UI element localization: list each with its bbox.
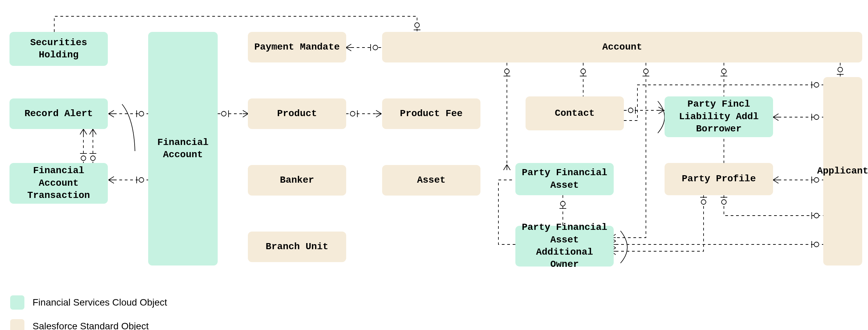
entity-label: Party Profile [682, 173, 756, 185]
entity-party-financial-asset-owner: Party Financial Asset Additional Owner [515, 226, 614, 267]
entity-party-financial-asset: Party Financial Asset [515, 163, 614, 195]
entity-label: Party Fincl Liability Addl Borrower [671, 98, 767, 135]
entity-label: Product Fee [400, 108, 463, 120]
entity-banker: Banker [248, 165, 346, 196]
legend-row-fsc: Financial Services Cloud Object [10, 295, 167, 310]
legend-label: Salesforce Standard Object [33, 321, 149, 330]
entity-label: Branch Unit [266, 241, 329, 253]
entity-financial-account: Financial Account [148, 32, 218, 265]
entity-applicant: Applicant [823, 77, 862, 265]
entity-label: Applicant [817, 165, 868, 177]
entity-party-fincl-liability: Party Fincl Liability Addl Borrower [665, 96, 773, 137]
entity-label: Financial Account [154, 136, 212, 161]
legend-swatch-fsc [10, 295, 24, 310]
entity-securities-holding: Securities Holding [9, 32, 108, 66]
entity-label: Account [602, 41, 642, 53]
entity-contact: Contact [526, 96, 624, 130]
entity-payment-mandate: Payment Mandate [248, 32, 346, 62]
entity-label: Party Financial Asset [521, 167, 608, 191]
entity-label: Payment Mandate [254, 41, 340, 53]
legend-row-std: Salesforce Standard Object [10, 319, 149, 330]
entity-account: Account [382, 32, 862, 62]
entity-fin-acct-txn: Financial Account Transaction [9, 163, 108, 204]
entity-label: Party Financial Asset Additional Owner [521, 221, 608, 271]
entity-asset: Asset [382, 165, 480, 196]
erd-canvas: Securities Holding Record Alert Financia… [0, 0, 868, 330]
entity-label: Securities Holding [16, 37, 102, 61]
entity-label: Financial Account Transaction [16, 165, 102, 202]
entity-label: Product [277, 108, 317, 120]
entity-label: Contact [555, 107, 595, 120]
entity-branch-unit: Branch Unit [248, 232, 346, 262]
entity-label: Banker [280, 174, 314, 186]
entity-label: Asset [417, 174, 446, 186]
legend-swatch-std [10, 319, 24, 330]
entity-label: Record Alert [24, 108, 93, 120]
legend-label: Financial Services Cloud Object [33, 297, 167, 308]
entity-record-alert: Record Alert [9, 98, 108, 129]
entity-product: Product [248, 98, 346, 129]
entity-party-profile: Party Profile [665, 163, 773, 195]
entity-product-fee: Product Fee [382, 98, 480, 129]
